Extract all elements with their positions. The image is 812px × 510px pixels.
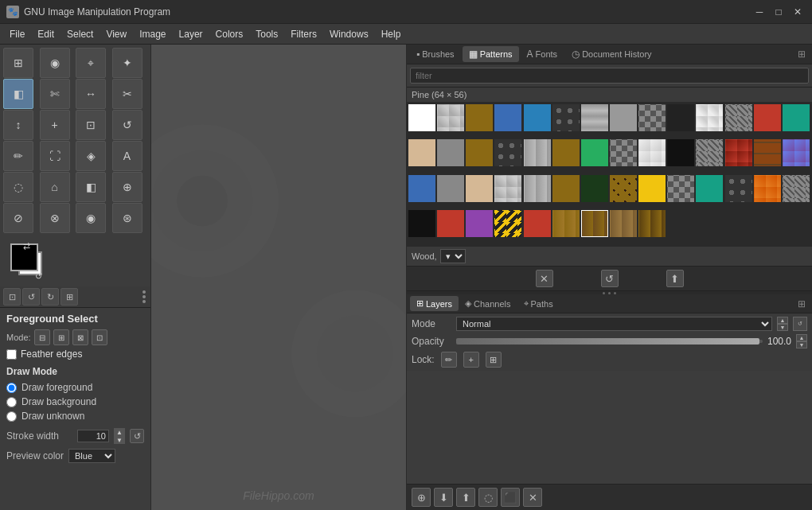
tool-flip[interactable]: ⊡: [76, 110, 106, 140]
layers-panel-maximize-button[interactable]: ⊞: [794, 297, 809, 311]
pattern-cell-gray2[interactable]: [494, 175, 521, 202]
menu-item-tools[interactable]: Tools: [249, 26, 284, 42]
menu-item-windows[interactable]: Windows: [323, 26, 375, 42]
pattern-cell-metal1[interactable]: [581, 104, 608, 131]
menu-item-edit[interactable]: Edit: [31, 26, 61, 42]
mode-btn-3[interactable]: ⊠: [72, 329, 88, 345]
panel-drag-handle[interactable]: [141, 289, 147, 305]
anchor-layer-button[interactable]: ⬛: [501, 488, 520, 507]
tool-measure[interactable]: ⌂: [40, 172, 70, 202]
lock-all-button[interactable]: ⊞: [486, 352, 502, 368]
pattern-cell-circuit[interactable]: [581, 175, 608, 202]
menu-item-file[interactable]: File: [3, 26, 31, 42]
pattern-cell-striped1[interactable]: [725, 104, 752, 131]
pattern-cell-wood4[interactable]: [552, 210, 580, 237]
pattern-cell-red1[interactable]: [754, 104, 781, 131]
opacity-up-button[interactable]: ▲: [796, 334, 807, 341]
opacity-down-button[interactable]: ▼: [796, 341, 807, 348]
menu-item-image[interactable]: Image: [133, 26, 172, 42]
pattern-cell-pine[interactable]: [581, 210, 608, 237]
pattern-cell-dots3[interactable]: [725, 175, 752, 202]
mode-btn-4[interactable]: ⊡: [92, 329, 107, 345]
pattern-cell-orange1[interactable]: [754, 175, 781, 202]
pattern-cell-blue1[interactable]: [494, 104, 521, 131]
stroke-down-button[interactable]: ▼: [114, 436, 125, 444]
pattern-cell-striped3[interactable]: [783, 175, 810, 202]
tool-bucket[interactable]: ⊕: [112, 172, 142, 202]
pattern-cell-metal2[interactable]: [524, 139, 551, 166]
pattern-cell-white[interactable]: [408, 104, 435, 131]
pattern-cell-sand2[interactable]: [466, 175, 493, 202]
menu-item-filters[interactable]: Filters: [284, 26, 323, 42]
close-button[interactable]: ✕: [790, 4, 806, 20]
pattern-cell-yellow1[interactable]: [638, 175, 666, 202]
undo-button[interactable]: ↺: [22, 288, 40, 306]
tool-smudge[interactable]: ⊗: [40, 203, 70, 233]
menu-item-view[interactable]: View: [100, 26, 133, 42]
mode-up-button[interactable]: ▲: [777, 317, 788, 324]
tool-clone[interactable]: ◈: [76, 141, 106, 171]
stroke-width-input[interactable]: [77, 430, 109, 442]
pattern-cell-concrete3[interactable]: [437, 175, 464, 202]
pattern-cell-red2[interactable]: [524, 210, 551, 237]
pattern-cell-pine3[interactable]: [638, 210, 666, 237]
pattern-cell-teal2[interactable]: [696, 175, 723, 202]
pattern-cell-marble2[interactable]: [638, 139, 666, 166]
mode-btn-1[interactable]: ⊟: [34, 329, 50, 345]
menu-item-help[interactable]: Help: [375, 26, 408, 42]
mode-reset-button[interactable]: ↺: [793, 317, 807, 331]
tool-paint[interactable]: ⛶: [40, 141, 70, 171]
pattern-cell-dark2[interactable]: [667, 139, 694, 166]
preview-color-select[interactable]: Blue Red Green: [68, 449, 115, 463]
tab-patterns[interactable]: ▦ Patterns: [463, 46, 519, 62]
pattern-cell-dots2[interactable]: [494, 139, 521, 166]
pattern-cell-selected-yellow[interactable]: [494, 210, 521, 237]
pattern-cell-teal1[interactable]: [783, 104, 810, 131]
tool-presets-button[interactable]: ⊡: [3, 288, 21, 306]
tool-rotate[interactable]: ↺: [112, 110, 142, 140]
pattern-cell-dark1[interactable]: [667, 104, 694, 131]
menu-item-select[interactable]: Select: [61, 26, 100, 42]
pattern-cell-concrete1[interactable]: [610, 104, 637, 131]
duplicate-layer-button[interactable]: ◌: [478, 488, 498, 507]
minimize-button[interactable]: ─: [751, 4, 767, 20]
tab-dochistory[interactable]: ◷ Document History: [565, 46, 658, 62]
tool-scissors[interactable]: ✄: [40, 79, 70, 109]
feather-edges-checkbox[interactable]: [6, 349, 17, 360]
pattern-cell-wood3[interactable]: [552, 175, 580, 202]
menu-item-colors[interactable]: Colors: [209, 26, 250, 42]
tab-brushes[interactable]: ▪ Brushes: [410, 46, 461, 62]
pattern-export-button[interactable]: ⬆: [666, 270, 684, 287]
pattern-cell-marble1[interactable]: [696, 104, 723, 131]
tool-select-by-color[interactable]: ◧: [3, 79, 33, 109]
move-layer-up-button[interactable]: ⬆: [456, 488, 475, 507]
stroke-reset-button[interactable]: ↺: [130, 429, 144, 443]
move-layer-down-button[interactable]: ⬇: [434, 488, 453, 507]
tool-dodge[interactable]: ◧: [76, 172, 106, 202]
tool-move[interactable]: ↕: [3, 110, 33, 140]
pattern-cell-rust[interactable]: [725, 139, 752, 166]
pattern-cell-check2[interactable]: [610, 139, 637, 166]
pattern-cell-blue3[interactable]: [408, 175, 435, 202]
pattern-cell-striped2[interactable]: [696, 139, 723, 166]
pattern-filter-input[interactable]: [410, 68, 809, 84]
tool-ellipse-select[interactable]: ◉: [40, 48, 70, 78]
pattern-cell-wood2[interactable]: [466, 139, 493, 166]
pattern-cell-leopard[interactable]: [552, 139, 580, 166]
pattern-cell-dots1[interactable]: [552, 104, 580, 131]
lock-paint-button[interactable]: ✏: [441, 352, 457, 368]
reset-colors-button[interactable]: ↺: [35, 271, 42, 282]
pattern-cell-blue2[interactable]: [524, 104, 551, 131]
pattern-cell-wood1[interactable]: [466, 104, 493, 131]
pattern-delete-button[interactable]: ✕: [536, 270, 553, 287]
mode-down-button[interactable]: ▼: [777, 324, 788, 331]
pattern-cell-brick[interactable]: [754, 139, 781, 166]
pattern-cell-pine2[interactable]: [610, 210, 637, 237]
mode-btn-2[interactable]: ⊞: [53, 329, 69, 345]
tab-paths[interactable]: ⌖ Paths: [517, 296, 560, 311]
pattern-cell-check1[interactable]: [638, 104, 666, 131]
pattern-cell-sand1[interactable]: [408, 139, 435, 166]
pattern-cell-leopard2[interactable]: [610, 175, 637, 202]
pattern-cell-rust2[interactable]: [437, 210, 464, 237]
redo-button[interactable]: ↻: [41, 288, 59, 306]
